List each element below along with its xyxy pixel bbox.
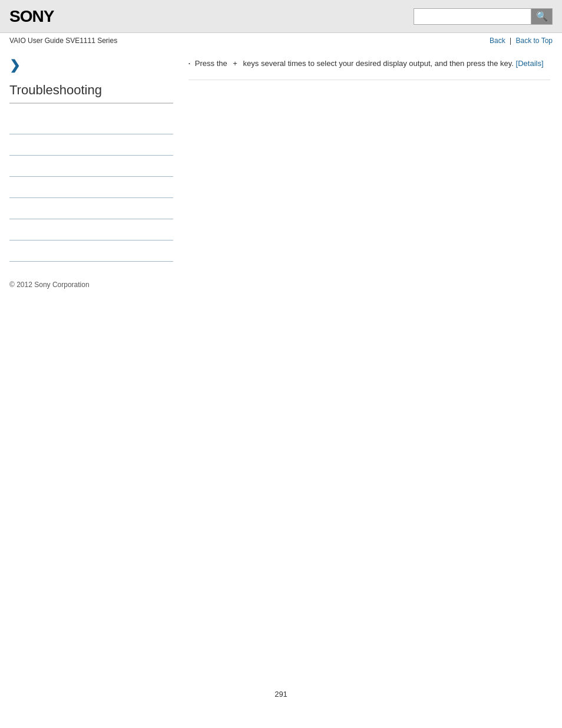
sidebar-link-4[interactable] [9, 183, 11, 192]
details-link[interactable]: [Details] [516, 59, 544, 68]
chevron-icon: ❯ [9, 58, 173, 73]
main-content: ❯ Troubleshooting [0, 48, 562, 271]
page-number: 291 [263, 678, 299, 710]
sidebar: ❯ Troubleshooting [0, 48, 183, 271]
nav-separator: | [510, 37, 511, 45]
nav-links: Back | Back to Top [490, 37, 553, 45]
list-item [9, 219, 173, 241]
bullet-point: • Press the + keys several times to sele… [189, 58, 550, 70]
list-item [9, 177, 173, 198]
sony-logo: SONY [9, 7, 54, 26]
list-item [9, 113, 173, 134]
section-title: Troubleshooting [9, 83, 173, 104]
back-to-top-link[interactable]: Back to Top [516, 37, 553, 45]
list-item [9, 198, 173, 219]
plus-sign: + [233, 59, 237, 68]
sidebar-link-7[interactable] [9, 247, 11, 255]
search-icon: 🔍 [536, 11, 548, 22]
copyright-text: © 2012 Sony Corporation [9, 281, 90, 289]
sidebar-link-3[interactable] [9, 162, 11, 170]
sidebar-link-5[interactable] [9, 205, 11, 213]
content-area: • Press the + keys several times to sele… [183, 48, 562, 271]
list-item [9, 134, 173, 156]
back-link[interactable]: Back [490, 37, 505, 45]
search-input[interactable] [414, 8, 531, 25]
list-item [9, 156, 173, 177]
sidebar-link-6[interactable] [9, 226, 11, 234]
content-step: • Press the + keys several times to sele… [189, 58, 550, 80]
guide-title: VAIO User Guide SVE1111 Series [9, 37, 117, 45]
sidebar-links [9, 113, 173, 262]
list-item [9, 241, 173, 262]
sidebar-link-2[interactable] [9, 141, 11, 149]
step-suffix: key. [500, 59, 514, 68]
step-text: Press the + keys several times to select… [195, 58, 544, 70]
search-button[interactable]: 🔍 [531, 8, 553, 25]
bullet-dot: • [189, 61, 190, 66]
nav-bar: VAIO User Guide SVE1111 Series Back | Ba… [0, 33, 562, 48]
step-middle: keys several times to select your desire… [243, 59, 498, 68]
search-area: 🔍 [414, 8, 553, 25]
sidebar-link-1[interactable] [9, 120, 11, 128]
page-header: SONY 🔍 [0, 0, 562, 33]
step-prefix: Press the [195, 59, 227, 68]
footer: © 2012 Sony Corporation [0, 271, 562, 298]
